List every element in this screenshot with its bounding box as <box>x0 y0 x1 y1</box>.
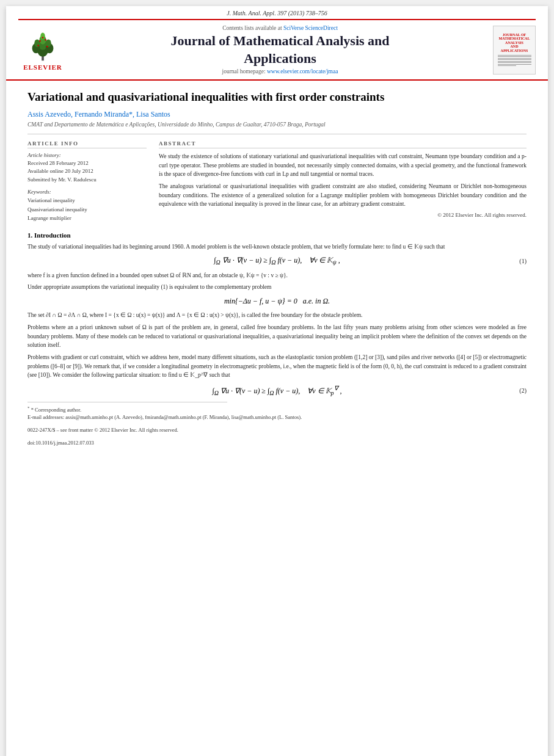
intro-para6: Problems with gradient or curl constrain… <box>27 353 527 380</box>
authors: Assis Azevedo, Fernando Miranda*, Lisa S… <box>27 110 527 119</box>
copyright-notice: © 2012 Elsevier Inc. All rights reserved… <box>159 212 527 218</box>
affiliation: CMAT and Departamento de Matemática e Ap… <box>27 122 527 128</box>
intro-para2: where f is a given function defined in a… <box>27 271 527 280</box>
keyword-2: Quasivariational inequality <box>27 205 147 214</box>
footnote-divider <box>27 402 227 402</box>
journal-header-center: Contents lists available at SciVerse Sci… <box>67 25 493 75</box>
equation-1-formula: ∫Ω ∇u · ∇(v − u) ≥ ∫Ω f(v − u), ∀v ∈ 𝕂ψ … <box>214 256 340 266</box>
intro-heading: 1. Introduction <box>27 231 527 239</box>
article-body: ARTICLE INFO Article history: Received 2… <box>27 140 527 223</box>
article-submitted: Submitted by Mr. V. Radulescu <box>27 176 147 184</box>
homepage-link[interactable]: www.elsevier.com/locate/jmaa <box>267 68 338 75</box>
issn-line: 0022-247X/$ – see front matter © 2012 El… <box>27 426 527 434</box>
intro-para1: The study of variational inequalities ha… <box>27 242 527 252</box>
equation-2-number: (2) <box>519 387 527 394</box>
article-history-title: Article history: <box>27 152 147 158</box>
journal-reference: J. Math. Anal. Appl. 397 (2013) 738–756 <box>6 6 548 19</box>
intro-para3: Under appropriate assumptions the variat… <box>27 283 527 292</box>
svg-point-11 <box>42 37 44 38</box>
introduction-section: 1. Introduction The study of variational… <box>27 231 527 397</box>
svg-point-13 <box>46 46 48 48</box>
complementary-eq-formula: min{−Δu − f, u − ψ} = 0 a.e. in Ω. <box>224 297 330 306</box>
header-divider <box>27 134 527 134</box>
abstract-column: ABSTRACT We study the existence of solut… <box>159 140 527 223</box>
intro-para4: The set ∂I ∩ Ω = ∂Λ ∩ Ω, where I = {x ∈ … <box>27 311 527 320</box>
abstract-para1: We study the existence of solutions of s… <box>159 152 527 179</box>
svg-point-12 <box>37 45 39 46</box>
corresponding-author-note: * * Corresponding author. <box>27 405 527 414</box>
doi-line: doi:10.1016/j.jmaa.2012.07.033 <box>27 439 527 447</box>
article-received: Received 28 February 2012 <box>27 159 147 168</box>
journal-homepage: journal homepage: www.elsevier.com/locat… <box>73 68 487 75</box>
equation-2-formula: ∫Ω ∇u · ∇(v − u) ≥ ∫Ω f(v − u), ∀v ∈ 𝕂p∇… <box>212 385 341 396</box>
complementary-eq-display: min{−Δu − f, u − ψ} = 0 a.e. in Ω. <box>27 297 527 306</box>
main-content: Variational and quasivariational inequal… <box>6 81 548 459</box>
svg-point-8 <box>46 40 51 48</box>
thumb-title-text: JOURNAL OFMATHEMATICALANALYSISANDAPPLICA… <box>498 33 531 53</box>
keywords-section: Keywords: Variational inequality Quasiva… <box>27 189 147 222</box>
abstract-para2: The analogous variational or quasivariat… <box>159 182 527 209</box>
svg-point-7 <box>34 40 40 48</box>
keywords-title: Keywords: <box>27 189 147 195</box>
page: J. Math. Anal. Appl. 397 (2013) 738–756 <box>6 6 548 756</box>
keyword-1: Variational inequality <box>27 196 147 205</box>
equation-2-display: ∫Ω ∇u · ∇(v − u) ≥ ∫Ω f(v − u), ∀v ∈ 𝕂p∇… <box>27 385 527 396</box>
svg-point-9 <box>39 40 41 42</box>
elsevier-logo: ELSEVIER <box>18 29 67 71</box>
article-info-column: ARTICLE INFO Article history: Received 2… <box>27 140 147 223</box>
journal-thumbnail: JOURNAL OFMATHEMATICALANALYSISANDAPPLICA… <box>493 26 536 75</box>
email-addresses: E-mail addresses: assis@math.uminho.pt (… <box>27 413 527 421</box>
sciverse-link[interactable]: SciVerse ScienceDirect <box>283 25 338 31</box>
contents-line: Contents lists available at SciVerse Sci… <box>73 25 487 31</box>
abstract-heading: ABSTRACT <box>159 140 527 148</box>
journal-title: Journal of Mathematical Analysis and App… <box>73 32 487 67</box>
keyword-3: Lagrange multiplier <box>27 214 147 222</box>
equation-1-display: ∫Ω ∇u · ∇(v − u) ≥ ∫Ω f(v − u), ∀v ∈ 𝕂ψ … <box>27 256 527 266</box>
intro-para5: Problems where an a priori unknown subse… <box>27 323 527 350</box>
journal-header: ELSEVIER Contents lists available at Sci… <box>6 20 548 81</box>
abstract-body: We study the existence of solutions of s… <box>159 152 527 209</box>
article-available: Available online 20 July 2012 <box>27 167 147 176</box>
elsevier-brand-text: ELSEVIER <box>23 64 62 71</box>
article-info-heading: ARTICLE INFO <box>27 140 147 148</box>
elsevier-tree-icon <box>24 29 61 62</box>
svg-point-10 <box>45 39 46 41</box>
article-title: Variational and quasivariational inequal… <box>27 90 527 105</box>
equation-1-number: (1) <box>519 258 527 264</box>
